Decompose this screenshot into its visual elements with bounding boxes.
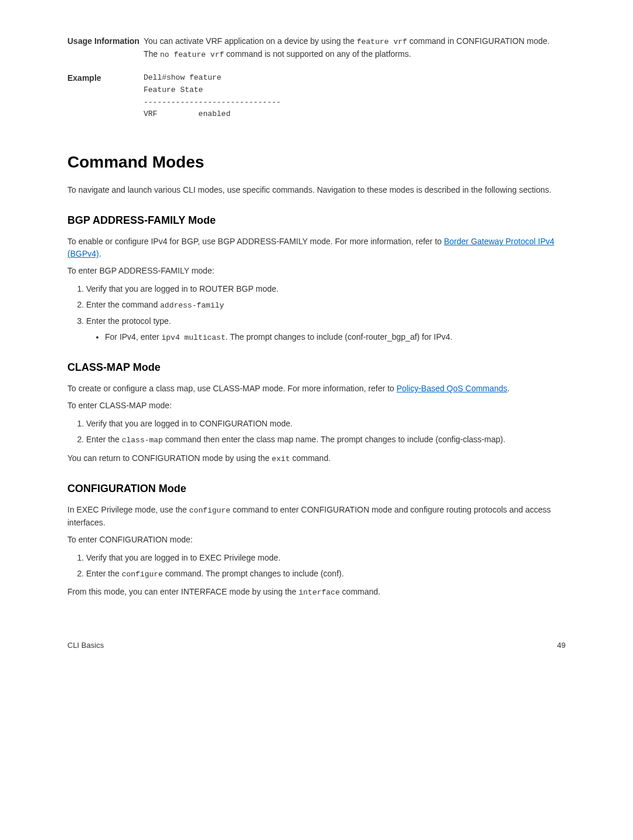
classmap-steps-list: Verify that you are logged in to CONFIGU… (67, 418, 566, 446)
classmap-paragraph2: To enter CLASS-MAP mode: (67, 399, 566, 412)
bgp-p1-text2: . (99, 249, 101, 258)
config-p1-t1: In EXEC Privilege mode, use the (67, 505, 189, 514)
usage-text3: command is not supported on any of the p… (224, 49, 411, 59)
classmap-step2-t2: command then enter the class map name. T… (163, 435, 505, 444)
config-paragraph2: To enter CONFIGURATION mode: (67, 534, 566, 546)
bgp-paragraph2: To enter BGP ADDRESS-FAMILY mode: (67, 265, 566, 277)
bgp-p1-text1: To enable or configure IPv4 for BGP, use… (67, 237, 444, 246)
config-p1-code: configure (189, 506, 230, 515)
classmap-p1-text2: . (508, 384, 510, 393)
bgp-step3-sub: For IPv4, enter ipv4 multicast. The prom… (105, 331, 566, 344)
bgp-step3-sublist: For IPv4, enter ipv4 multicast. The prom… (86, 331, 566, 344)
classmap-p3-code: exit (272, 455, 290, 463)
classmap-step2-code: class-map (122, 436, 163, 445)
classmap-step2: Enter the class-map command then enter t… (86, 433, 566, 446)
bgp-sub-text2: . The prompt changes to include (conf-ro… (226, 332, 452, 342)
bgp-step1: Verify that you are logged in to ROUTER … (86, 283, 566, 295)
usage-label: Usage Information (67, 35, 144, 60)
config-paragraph1: In EXEC Privilege mode, use the configur… (67, 504, 566, 529)
classmap-heading: CLASS-MAP Mode (67, 360, 566, 375)
example-code-block: Dell#show feature Feature State --------… (144, 72, 566, 121)
command-modes-intro: To navigate and launch various CLI modes… (67, 184, 566, 196)
classmap-step2-t1: Enter the (86, 435, 122, 444)
page-footer: CLI Basics 49 (67, 640, 566, 651)
config-step2: Enter the configure command. The prompt … (86, 568, 566, 581)
usage-text1: You can activate VRF application on a de… (144, 36, 357, 46)
classmap-step1: Verify that you are logged in to CONFIGU… (86, 418, 566, 430)
classmap-p1-text1: To create or configure a class map, use … (67, 384, 397, 393)
bgp-step3-text: Enter the protocol type. (86, 316, 171, 326)
config-p3-code: interface (299, 588, 340, 597)
footer-page-number: 49 (557, 640, 566, 651)
example-section: Example Dell#show feature Feature State … (67, 72, 566, 121)
config-step1: Verify that you are logged in to EXEC Pr… (86, 552, 566, 564)
classmap-paragraph3: You can return to CONFIGURATION mode by … (67, 452, 566, 465)
bgp-sub-code: ipv4 multicast (161, 333, 225, 342)
bgp-heading: BGP ADDRESS-FAMILY Mode (67, 213, 566, 228)
bgp-steps-list: Verify that you are logged in to ROUTER … (67, 283, 566, 343)
config-p3-t2: command. (340, 587, 380, 596)
bgp-step2-text: Enter the command (86, 300, 160, 309)
classmap-link[interactable]: Policy-Based QoS Commands (397, 384, 508, 393)
command-modes-heading: Command Modes (67, 150, 566, 175)
usage-content: You can activate VRF application on a de… (144, 35, 566, 60)
bgp-sub-text1: For IPv4, enter (105, 332, 161, 342)
config-step2-t2: command. The prompt changes to include (… (163, 569, 344, 578)
config-p3-t1: From this mode, you can enter INTERFACE … (67, 587, 299, 596)
usage-code2: no feature vrf (160, 50, 224, 59)
bgp-paragraph1: To enable or configure IPv4 for BGP, use… (67, 235, 566, 260)
config-steps-list: Verify that you are logged in to EXEC Pr… (67, 552, 566, 581)
classmap-p3-t1: You can return to CONFIGURATION mode by … (67, 453, 272, 463)
bgp-step3: Enter the protocol type. For IPv4, enter… (86, 315, 566, 344)
config-paragraph3: From this mode, you can enter INTERFACE … (67, 586, 566, 599)
classmap-p3-t2: command. (290, 453, 331, 463)
example-label: Example (67, 72, 144, 121)
config-step2-code: configure (122, 570, 163, 579)
usage-code1: feature vrf (357, 37, 407, 46)
config-step2-t1: Enter the (86, 569, 122, 578)
classmap-paragraph1: To create or configure a class map, use … (67, 383, 566, 395)
bgp-step2: Enter the command address-family (86, 299, 566, 312)
bgp-step2-code: address-family (160, 301, 224, 310)
usage-info-section: Usage Information You can activate VRF a… (67, 35, 566, 60)
config-heading: CONFIGURATION Mode (67, 481, 566, 497)
footer-section: CLI Basics (67, 640, 104, 651)
